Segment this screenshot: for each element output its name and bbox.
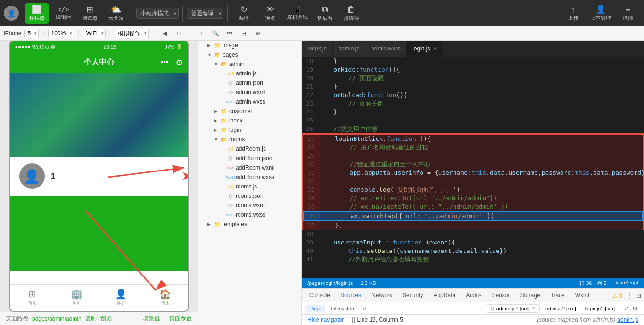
tree-item-templates[interactable]: ▶ 📁 templates xyxy=(198,219,301,229)
tree-item-rooms-js[interactable]: JS rooms.js xyxy=(198,182,301,191)
debug-subtab-filesystem[interactable]: Filesystem xyxy=(327,305,360,312)
debug-tab-appdata[interactable]: AppData xyxy=(429,290,460,301)
detach-icon[interactable]: ⊟ xyxy=(636,292,641,299)
dots-icon-btn[interactable]: ••• xyxy=(224,28,235,39)
debug-file-index-js[interactable]: index.js? [sm] xyxy=(541,305,580,312)
tab-admin-js[interactable]: admin.js xyxy=(333,41,366,57)
avatar[interactable]: 👤 xyxy=(4,6,19,21)
compile-select[interactable]: 普通编译 xyxy=(187,8,223,19)
phone-tab-resident[interactable]: 👤 住户 xyxy=(99,285,143,311)
add-icon-btn[interactable]: + xyxy=(196,28,207,39)
tree-label-addroom-json: addRoom.json xyxy=(236,155,272,162)
tab-admin-wxss[interactable]: admin.wxss xyxy=(365,41,407,57)
tree-item-rooms-wxml[interactable]: <> rooms.wxml xyxy=(198,201,301,210)
toolbar-cutbg-btn[interactable]: ⧉ 切后台 xyxy=(313,3,337,24)
pageparam-label[interactable]: 页面参数 xyxy=(169,315,192,323)
operation-select-wrap[interactable]: 模拟操作 xyxy=(115,29,149,38)
phone-tab-rooms[interactable]: 🏢 房间 xyxy=(55,285,99,311)
panel-expand-icon[interactable]: ⤢ xyxy=(624,305,629,312)
debug-tab-audits[interactable]: Audits xyxy=(461,290,486,301)
panel-close-icon[interactable]: ⊟ xyxy=(633,305,637,312)
search-icon-btn[interactable]: 🔍 xyxy=(210,28,221,39)
source-link[interactable]: admin.js xyxy=(617,317,638,323)
tree-item-login[interactable]: ▶ 📁 login xyxy=(198,125,301,135)
zoom-select[interactable]: 100% xyxy=(48,29,74,38)
tree-item-addroom-wxss[interactable]: wxss addRoom.wxss xyxy=(198,172,301,182)
toolbar-clearcache-btn[interactable]: 🗑 清缓存 xyxy=(339,3,363,24)
debug-file-admin-js[interactable]: {} admin.js? [sm] ✕ xyxy=(487,304,539,313)
debug-tab-sensor[interactable]: Sensor xyxy=(487,290,515,301)
tree-item-admin[interactable]: ▼ 📂 admin xyxy=(198,59,301,69)
prev-icon-btn[interactable]: ◀ xyxy=(159,28,171,39)
toolbar-cloud-btn[interactable]: ⛅ 云开发 xyxy=(104,3,128,24)
code-line: 18 }, xyxy=(302,57,644,65)
compile-select-wrap[interactable]: 普通编译 xyxy=(187,8,223,19)
tab-login-js[interactable]: login.js ✕ xyxy=(407,41,443,57)
debug-subtab-page[interactable]: Page xyxy=(305,305,325,312)
tab-label: admin.wxss xyxy=(371,45,401,52)
tree-label-rooms-wxss: rooms.wxss xyxy=(236,211,265,218)
close-tab-icon[interactable]: ✕ xyxy=(433,46,437,52)
tree-item-admin-wxss[interactable]: wxss admin.wxss xyxy=(198,97,301,106)
tree-item-rooms[interactable]: ▼ 📂 rooms xyxy=(198,135,301,144)
mode-select-wrap[interactable]: 小程序模式 xyxy=(136,8,179,19)
phone-panel: ●●●●● WeChat令 23:25 97% 🔋 个人中心 ••• ⊙ xyxy=(0,41,198,325)
toolbar-editor-btn[interactable]: </> 编辑器 xyxy=(51,4,75,23)
toolbar-version-btn[interactable]: 👤 版本管理 xyxy=(587,3,614,24)
navigator-btn[interactable]: Hide navigator xyxy=(307,317,344,323)
adjust-icon-btn[interactable]: ⊟ xyxy=(238,28,249,39)
tree-item-index[interactable]: ▶ 📁 index xyxy=(198,116,301,125)
debug-tab-sources[interactable]: Sources xyxy=(336,290,366,301)
tab-index-js[interactable]: index.js xyxy=(302,41,333,57)
preview-btn[interactable]: 预览 xyxy=(100,315,112,323)
tree-label-index: index xyxy=(229,117,243,124)
tree-item-addroom-json[interactable]: {} addRoom.json xyxy=(198,154,301,163)
home-icon: ⊞ xyxy=(28,289,36,299)
cursor-icon-btn[interactable]: ⊕ xyxy=(252,28,264,39)
close-file-icon[interactable]: ✕ xyxy=(532,306,536,311)
debug-tab-console[interactable]: Console xyxy=(305,290,335,301)
phone-tab-home[interactable]: ⊞ 首页 xyxy=(10,285,55,311)
debug-file-login-js[interactable]: login.js? [sm] xyxy=(581,305,619,312)
tree-item-admin-json[interactable]: {} admin.json xyxy=(198,78,301,88)
next-icon-btn[interactable]: □ xyxy=(173,28,185,39)
debug-tab-wxml[interactable]: Wxml xyxy=(570,290,594,301)
copy-btn[interactable]: 复制 xyxy=(85,315,97,323)
phone-time: 23:25 xyxy=(104,44,117,49)
debug-tab-security[interactable]: Security xyxy=(398,290,428,301)
tree-item-rooms-wxss[interactable]: wxss rooms.wxss xyxy=(198,210,301,219)
phone-tab-personal[interactable]: 🏠 个人 xyxy=(143,285,188,311)
toolbar-realtest-btn[interactable]: 📱 真机调试 xyxy=(284,4,311,23)
tree-item-admin-js[interactable]: JS admin.js xyxy=(198,69,301,78)
status-path: /pages/login/login.js xyxy=(307,280,353,286)
network-select[interactable]: WiFi xyxy=(83,29,106,38)
more-icon[interactable]: ⋮ xyxy=(627,292,633,299)
zoom-select-wrap[interactable]: 100% xyxy=(48,29,74,38)
debug-tab-trace[interactable]: Trace xyxy=(546,290,570,301)
toolbar-detail-btn[interactable]: ≡ 详情 xyxy=(616,3,640,24)
debug-tab-network[interactable]: Network xyxy=(367,290,397,301)
mode-select[interactable]: 小程序模式 xyxy=(136,8,179,19)
tree-item-customer[interactable]: ▶ 📁 customer xyxy=(198,106,301,116)
toolbar-refresh-btn[interactable]: ↻ 编译 xyxy=(231,3,256,24)
scene-label[interactable]: 场景值 xyxy=(143,315,160,323)
toolbar-upload-btn[interactable]: ↑ 上传 xyxy=(561,3,586,24)
device-select-wrap[interactable]: 5 xyxy=(24,29,39,38)
subtab-more[interactable]: » xyxy=(363,305,366,312)
network-select-wrap[interactable]: WiFi xyxy=(83,29,106,38)
debug-tab-storage[interactable]: Storage xyxy=(516,290,545,301)
code-area[interactable]: 18 }, 19 onHide:function(){ 20 // 页面隐藏 2… xyxy=(302,57,644,278)
tree-item-admin-wxml[interactable]: <> admin.wxml xyxy=(198,88,301,97)
toolbar-preview-btn[interactable]: 👁 预览 xyxy=(258,3,282,24)
tree-item-addroom-js[interactable]: JS addRoom.js xyxy=(198,144,301,154)
tree-item-rooms-json[interactable]: {} rooms.json xyxy=(198,191,301,201)
device-select[interactable]: 5 xyxy=(24,29,39,38)
tree-item-image[interactable]: ▶ 📁 image xyxy=(198,41,301,50)
tree-item-addroom-wxml[interactable]: <> addRoom.wxml xyxy=(198,163,301,172)
toolbar-debugger-btn[interactable]: ⊞ 调试器 xyxy=(77,3,102,24)
status-lang: JavaScript xyxy=(614,280,638,287)
tree-item-pages[interactable]: ▼ 📂 pages xyxy=(198,50,301,59)
operation-select[interactable]: 模拟操作 xyxy=(115,29,149,38)
toolbar-simulator-btn[interactable]: ⬜ 模拟器 xyxy=(25,3,49,24)
js-icon: JS xyxy=(226,71,235,76)
